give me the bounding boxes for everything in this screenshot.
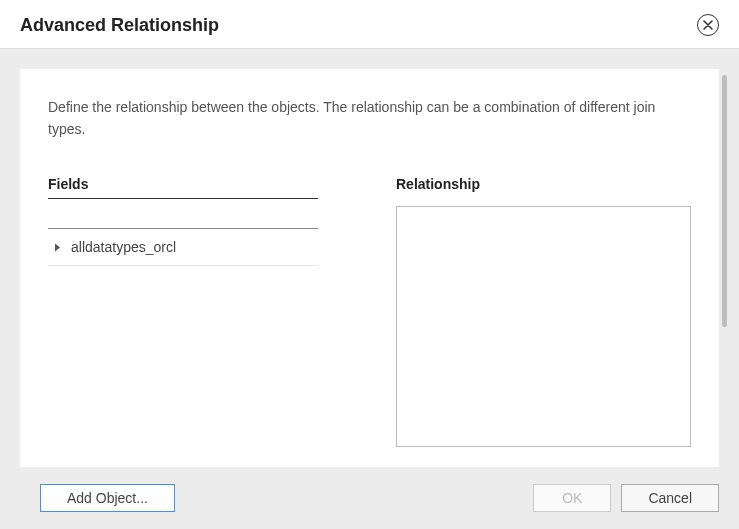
close-button[interactable]: [697, 14, 719, 36]
dialog-title: Advanced Relationship: [20, 15, 219, 36]
fields-column: Fields alldatatypes_orcl: [48, 176, 318, 447]
relationship-label: Relationship: [396, 176, 691, 198]
relationship-column: Relationship: [396, 176, 691, 447]
close-icon: [703, 16, 713, 34]
add-object-button[interactable]: Add Object...: [40, 484, 175, 512]
dialog-body: Define the relationship between the obje…: [20, 69, 719, 467]
columns: Fields alldatatypes_orcl Relationship: [48, 176, 691, 447]
fields-header-spacer: [48, 199, 318, 229]
caret-right-icon: [54, 243, 61, 252]
dialog-description: Define the relationship between the obje…: [48, 97, 691, 140]
relationship-box[interactable]: [396, 206, 691, 447]
dialog-footer: Add Object... OK Cancel: [0, 467, 739, 529]
footer-left: Add Object...: [40, 484, 175, 512]
dialog-header: Advanced Relationship: [0, 0, 739, 49]
dialog-body-wrap: Define the relationship between the obje…: [0, 49, 739, 467]
cancel-button[interactable]: Cancel: [621, 484, 719, 512]
tree-item[interactable]: alldatatypes_orcl: [48, 229, 318, 266]
tree-item-label: alldatatypes_orcl: [71, 239, 176, 255]
scrollbar[interactable]: [722, 75, 727, 327]
fields-tree: alldatatypes_orcl: [48, 229, 318, 266]
ok-button: OK: [533, 484, 611, 512]
fields-label: Fields: [48, 176, 318, 199]
footer-right: OK Cancel: [533, 484, 719, 512]
